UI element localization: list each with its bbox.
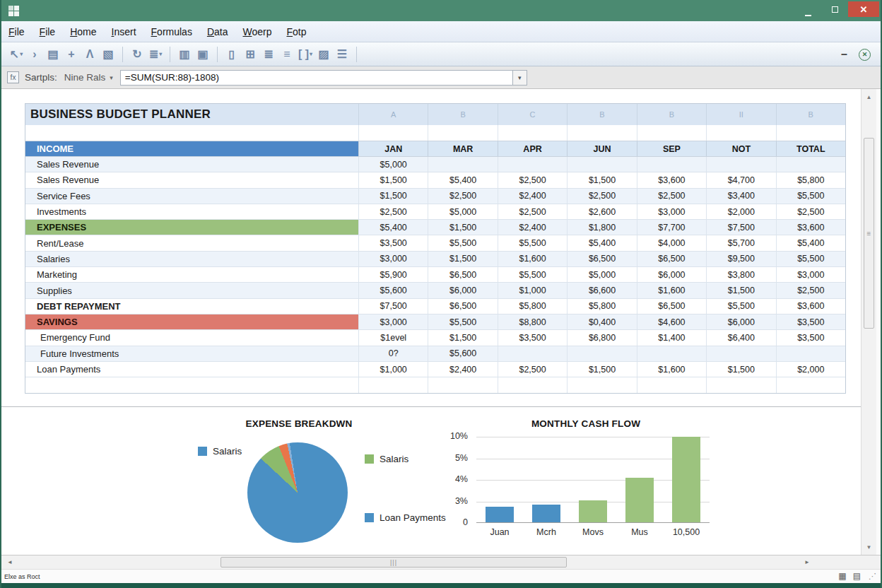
table-cell[interactable]: $4,600 <box>637 314 706 329</box>
table-cell[interactable]: $3,600 <box>776 299 845 314</box>
table-cell[interactable] <box>567 157 636 172</box>
table-cell[interactable] <box>428 157 497 172</box>
table-cell[interactable]: $6,400 <box>706 330 775 345</box>
cashflow-bar-chart[interactable] <box>476 437 710 523</box>
table-cell[interactable]: $2,500 <box>567 189 636 204</box>
table-cell[interactable]: $2,500 <box>776 283 845 298</box>
column-letter[interactable]: II <box>706 104 775 125</box>
horizontal-scroll-thumb[interactable]: ||| <box>220 557 567 568</box>
list-dropdown-icon[interactable]: ≣▾ <box>146 46 165 63</box>
table-cell[interactable]: $1,000 <box>498 283 567 298</box>
table-cell[interactable]: $6,500 <box>637 252 706 266</box>
column-letter[interactable]: B <box>637 104 706 125</box>
table-cell[interactable]: $5,500 <box>428 235 497 250</box>
table-cell[interactable]: $2,500 <box>498 362 567 377</box>
table-cell[interactable]: $7,500 <box>358 299 428 314</box>
table-cell[interactable]: $2,000 <box>776 362 845 377</box>
page-view-icon[interactable]: ▤ <box>853 571 861 581</box>
paste-icon[interactable]: ▣ <box>194 46 212 63</box>
horizontal-scrollbar[interactable]: ◄ ||| ► <box>1 555 881 569</box>
table-cell[interactable]: $5,600 <box>428 346 497 361</box>
table-cell[interactable]: $1,500 <box>428 252 497 266</box>
scroll-down-icon[interactable]: ▼ <box>862 541 876 553</box>
table-cell[interactable]: $3,000 <box>358 314 428 329</box>
new-document-icon[interactable]: ▯ <box>223 46 241 63</box>
scroll-left-icon[interactable]: ◄ <box>4 555 16 569</box>
table-cell[interactable]: $6,800 <box>567 330 636 345</box>
align-justify-icon[interactable]: ≡ <box>278 46 296 63</box>
row-label[interactable]: Emergency Fund <box>25 330 358 345</box>
column-letter[interactable]: C <box>498 104 567 125</box>
menu-item-file-0[interactable]: File <box>8 26 25 37</box>
table-cell[interactable] <box>25 125 358 141</box>
scroll-right-icon[interactable]: ► <box>801 555 813 569</box>
table-cell[interactable] <box>567 125 636 141</box>
month-header[interactable]: SEP <box>637 141 706 156</box>
table-cell[interactable]: $3,000 <box>637 204 706 219</box>
table-cell[interactable]: $2,500 <box>428 189 497 204</box>
sort-box-icon[interactable]: ▧ <box>99 46 117 63</box>
table-cell[interactable]: $0,400 <box>567 314 636 329</box>
table-cell[interactable]: $3,600 <box>776 220 845 235</box>
table-cell[interactable]: $2,400 <box>498 189 567 204</box>
table-cell[interactable]: $3,500 <box>776 314 845 329</box>
menu-item-fotp-7[interactable]: Fotp <box>286 26 306 37</box>
name-box-value[interactable]: Nine Rals <box>64 72 106 83</box>
table-cell[interactable]: $6,000 <box>428 283 497 298</box>
table-cell[interactable] <box>498 157 567 172</box>
insert-function-icon[interactable]: fx <box>7 71 19 83</box>
month-header[interactable]: APR <box>498 141 567 156</box>
table-cell[interactable]: $4,000 <box>637 235 706 250</box>
row-label[interactable]: Sales Revenue <box>25 157 358 172</box>
image-icon[interactable]: ▨ <box>314 46 333 63</box>
row-label[interactable]: Sales Revenue <box>25 172 358 187</box>
row-label[interactable]: Supplies <box>25 283 358 298</box>
table-cell[interactable]: $5,400 <box>567 235 636 250</box>
table-cell[interactable]: $5,400 <box>776 235 845 250</box>
vertical-scroll-thumb[interactable]: ≡ <box>864 138 874 329</box>
table-cell[interactable] <box>567 377 636 393</box>
table-cell[interactable]: $1evel <box>358 330 428 345</box>
table-cell[interactable]: $2,500 <box>637 189 706 204</box>
table-cell[interactable]: $8,800 <box>498 314 567 329</box>
table-cell[interactable]: 0? <box>358 346 428 361</box>
row-label[interactable]: SAVINGS <box>25 314 358 329</box>
table-cell[interactable]: $2,400 <box>428 362 497 377</box>
table-cell[interactable] <box>637 157 706 172</box>
table-cell[interactable]: $1,600 <box>637 362 706 377</box>
table-cell[interactable] <box>706 157 775 172</box>
table-cell[interactable] <box>567 346 636 361</box>
table-cell[interactable]: $6,500 <box>567 252 636 266</box>
table-cell[interactable]: $2,500 <box>776 204 845 219</box>
table-cell[interactable]: $6,500 <box>428 299 497 314</box>
panel-close-icon[interactable]: ✕ <box>859 49 871 61</box>
table-cell[interactable]: $2,500 <box>358 204 428 219</box>
table-cell[interactable]: $3,000 <box>358 252 428 266</box>
table-cell[interactable]: $6,000 <box>706 314 775 329</box>
table-cell[interactable]: $5,400 <box>428 172 497 187</box>
table-cell[interactable]: $7,500 <box>706 220 775 235</box>
table-cell[interactable] <box>358 125 428 141</box>
menu-lines-icon[interactable]: ☰ <box>333 46 351 63</box>
panel-minimize-icon[interactable]: – <box>841 48 847 61</box>
maximize-button[interactable] <box>821 1 848 17</box>
table-cell[interactable]: $5,000 <box>428 204 497 219</box>
table-cell[interactable]: $5,600 <box>358 283 428 298</box>
table-cell[interactable]: $1,500 <box>567 362 636 377</box>
table-cell[interactable]: $1,500 <box>358 172 428 187</box>
table-cell[interactable]: $6,000 <box>637 267 706 282</box>
expense-pie-chart[interactable] <box>247 442 348 543</box>
pointer-icon[interactable]: ↖▾ <box>7 46 25 63</box>
row-label[interactable]: Marketing <box>25 267 358 282</box>
plus-icon[interactable]: + <box>62 46 81 63</box>
table-cell[interactable] <box>706 125 775 141</box>
table-cell[interactable]: $1,600 <box>498 252 567 266</box>
resize-handle-icon[interactable]: ⋰ <box>869 572 876 581</box>
table-cell[interactable]: $2,000 <box>706 204 775 219</box>
table-cell[interactable] <box>637 377 706 393</box>
menu-item-data-5[interactable]: Data <box>207 26 228 37</box>
minimize-button[interactable] <box>794 1 821 17</box>
table-cell[interactable]: $2,500 <box>498 204 567 219</box>
note-icon[interactable]: ▤ <box>44 46 62 63</box>
row-label[interactable]: EXPENSES <box>25 220 358 235</box>
